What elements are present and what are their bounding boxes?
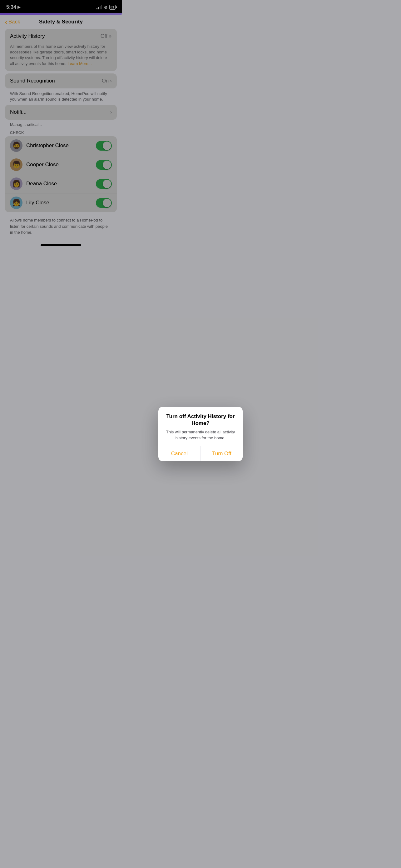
dialog-overlay: Turn off Activity History for Home? This… xyxy=(0,0,122,264)
